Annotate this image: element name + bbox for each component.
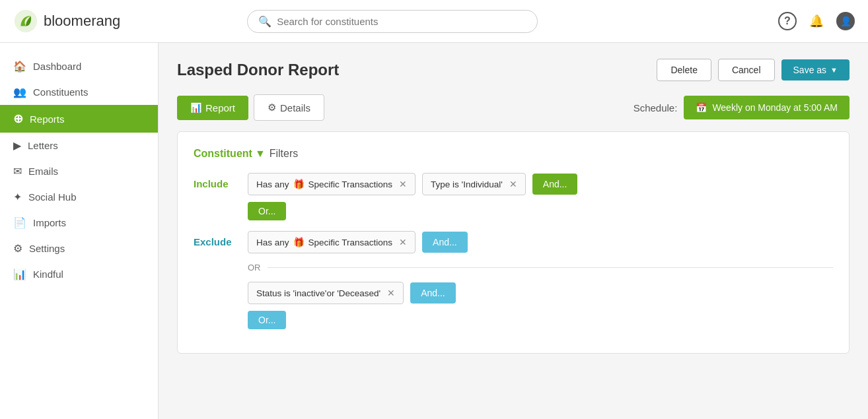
calendar-icon: 📅 xyxy=(696,102,707,113)
remove-chip-transactions[interactable]: ✕ xyxy=(399,179,407,189)
has-any-label: Has any xyxy=(256,179,289,189)
remove-exclude-chip-transactions[interactable]: ✕ xyxy=(399,237,407,247)
include-chips-column: Has any 🎁 Specific Transactions ✕ Type i… xyxy=(248,173,833,220)
search-bar[interactable]: 🔍 xyxy=(247,10,538,33)
filter-header: Constituent ▼ Filters xyxy=(194,148,833,160)
sidebar-item-letters[interactable]: ▶ Letters xyxy=(0,133,158,158)
exclude-gift-icon: 🎁 xyxy=(293,237,305,247)
sidebar-item-imports[interactable]: 📄 Imports xyxy=(0,210,158,236)
settings-icon: ⚙ xyxy=(13,242,22,255)
exclude-label: Exclude xyxy=(194,231,240,247)
include-or-row: Or... xyxy=(248,202,833,220)
exclude-has-any-label: Has any xyxy=(256,238,289,247)
report-tab-icon: 📊 xyxy=(190,102,201,113)
specific-transactions-label: Specific Transactions xyxy=(308,179,393,189)
letters-icon: ▶ xyxy=(13,139,21,152)
exclude-chips-column: Has any 🎁 Specific Transactions ✕ And...… xyxy=(248,231,833,329)
schedule-value: Weekly on Monday at 5:00 AM xyxy=(712,102,838,113)
status-inactive-label: Status is 'inactive'or 'Deceased' xyxy=(256,288,380,298)
sidebar-label-settings: Settings xyxy=(29,243,65,254)
logo: bloomerang xyxy=(13,9,120,34)
include-label: Include xyxy=(194,173,240,189)
exclude-and-button-1[interactable]: And... xyxy=(422,232,468,253)
exclude-or-button[interactable]: Or... xyxy=(248,311,286,329)
chevron-down-icon: ▼ xyxy=(830,66,838,74)
include-section: Include Has any 🎁 Specific Transactions … xyxy=(194,173,833,220)
constituents-icon: 👥 xyxy=(13,86,26,98)
user-avatar[interactable]: 👤 xyxy=(836,12,855,30)
content-area: Lasped Donor Report Delete Cancel Save a… xyxy=(159,43,868,419)
report-tab-label: Report xyxy=(205,102,235,113)
exclude-chip-status: Status is 'inactive'or 'Deceased' ✕ xyxy=(248,282,404,304)
logo-text: bloomerang xyxy=(44,13,120,30)
exclude-section: Exclude Has any 🎁 Specific Transactions … xyxy=(194,231,833,329)
svg-point-0 xyxy=(15,10,37,32)
bell-icon[interactable]: 🔔 xyxy=(807,12,826,30)
include-chips-row: Has any 🎁 Specific Transactions ✕ Type i… xyxy=(248,173,833,195)
search-icon: 🔍 xyxy=(258,15,271,28)
save-as-button[interactable]: Save as ▼ xyxy=(781,59,850,81)
sidebar-item-reports[interactable]: ⊕ Reports xyxy=(0,105,158,133)
gift-icon: 🎁 xyxy=(293,179,305,189)
page-header: Lasped Donor Report Delete Cancel Save a… xyxy=(177,59,850,81)
constituent-label: Constituent xyxy=(194,148,252,160)
schedule-button[interactable]: 📅 Weekly on Monday at 5:00 AM xyxy=(684,96,850,119)
cancel-button[interactable]: Cancel xyxy=(718,59,775,81)
filters-label: Filters xyxy=(270,148,299,160)
filter-card: Constituent ▼ Filters Include Has any 🎁 … xyxy=(177,131,850,354)
imports-icon: 📄 xyxy=(13,216,26,229)
sidebar-label-social-hub: Social Hub xyxy=(28,191,77,203)
kindful-icon: 📊 xyxy=(13,268,26,280)
search-input[interactable] xyxy=(277,16,526,27)
include-or-button[interactable]: Or... xyxy=(248,202,286,220)
sidebar-item-social-hub[interactable]: ✦ Social Hub xyxy=(0,184,158,210)
exclude-or-row: Or... xyxy=(248,311,833,329)
include-chip-transactions: Has any 🎁 Specific Transactions ✕ xyxy=(248,173,416,195)
help-icon[interactable]: ? xyxy=(778,12,797,30)
emails-icon: ✉ xyxy=(13,165,22,177)
sidebar: 🏠 Dashboard 👥 Constituents ⊕ Reports ▶ L… xyxy=(0,43,159,419)
sidebar-item-settings[interactable]: ⚙ Settings xyxy=(0,236,158,261)
sidebar-item-dashboard[interactable]: 🏠 Dashboard xyxy=(0,53,158,79)
include-and-button[interactable]: And... xyxy=(532,174,578,195)
constituent-chevron-icon: ▼ xyxy=(255,148,266,160)
type-individual-label: Type is 'Individual' xyxy=(431,179,503,189)
logo-icon xyxy=(13,9,38,34)
tab-details[interactable]: ⚙ Details xyxy=(254,94,324,121)
tabs-row: 📊 Report ⚙ Details Schedule: 📅 Weekly on… xyxy=(177,94,850,121)
save-as-label: Save as xyxy=(793,65,827,75)
main-layout: 🏠 Dashboard 👥 Constituents ⊕ Reports ▶ L… xyxy=(0,43,868,419)
nav-icons: ? 🔔 👤 xyxy=(778,12,855,30)
schedule-label: Schedule: xyxy=(633,102,678,113)
tab-report[interactable]: 📊 Report xyxy=(177,96,248,120)
header-actions: Delete Cancel Save as ▼ xyxy=(657,59,850,81)
exclude-specific-transactions-label: Specific Transactions xyxy=(308,238,393,247)
exclude-and-button-2[interactable]: And... xyxy=(410,282,456,304)
exclude-chip-transactions: Has any 🎁 Specific Transactions ✕ xyxy=(248,231,416,253)
or-divider: OR xyxy=(248,263,833,273)
schedule-area: Schedule: 📅 Weekly on Monday at 5:00 AM xyxy=(633,96,850,119)
sidebar-label-reports: Reports xyxy=(30,113,65,125)
page-title: Lasped Donor Report xyxy=(177,61,657,79)
top-nav: bloomerang 🔍 ? 🔔 👤 xyxy=(0,0,868,43)
remove-exclude-chip-status[interactable]: ✕ xyxy=(387,288,395,298)
delete-button[interactable]: Delete xyxy=(657,59,711,81)
sidebar-item-constituents[interactable]: 👥 Constituents xyxy=(0,79,158,105)
sidebar-label-emails: Emails xyxy=(28,166,58,177)
details-tab-icon: ⚙ xyxy=(268,102,276,113)
details-tab-label: Details xyxy=(280,102,310,113)
include-chip-type: Type is 'Individual' ✕ xyxy=(422,173,526,195)
sidebar-label-dashboard: Dashboard xyxy=(33,61,81,72)
sidebar-label-letters: Letters xyxy=(28,140,58,151)
or-label: OR xyxy=(248,263,261,273)
sidebar-item-kindful[interactable]: 📊 Kindful xyxy=(0,261,158,287)
remove-chip-type[interactable]: ✕ xyxy=(509,179,517,189)
sidebar-label-constituents: Constituents xyxy=(33,86,88,98)
social-hub-icon: ✦ xyxy=(13,191,22,203)
constituent-dropdown-button[interactable]: Constituent ▼ xyxy=(194,148,266,160)
sidebar-label-kindful: Kindful xyxy=(33,269,63,280)
sidebar-item-emails[interactable]: ✉ Emails xyxy=(0,158,158,184)
sidebar-label-imports: Imports xyxy=(33,217,66,228)
reports-icon: ⊕ xyxy=(13,112,23,126)
home-icon: 🏠 xyxy=(13,60,26,73)
